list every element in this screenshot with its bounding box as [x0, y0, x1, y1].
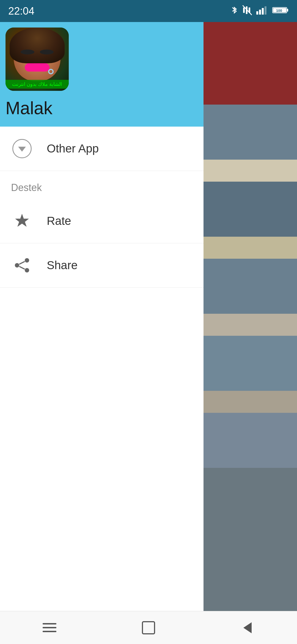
- share-icon: [11, 254, 33, 276]
- svg-rect-4: [256, 11, 258, 15]
- svg-line-15: [19, 261, 25, 264]
- other-app-label: Other App: [47, 142, 99, 155]
- signal-icon: [256, 6, 268, 17]
- svg-text:100: 100: [276, 9, 282, 13]
- rate-label: Rate: [47, 214, 71, 228]
- bottom-nav: [0, 611, 297, 644]
- svg-point-12: [25, 258, 29, 263]
- nav-back-button[interactable]: [237, 617, 258, 639]
- drawer-panel: الشابة ملاك بدون انترنت Malak Other App …: [0, 0, 204, 644]
- section-destek-header: Destek: [0, 171, 204, 199]
- icon-text-overlay: الشابة ملاك بدون انترنت: [6, 80, 69, 89]
- status-icons: 100: [230, 5, 289, 18]
- battery-icon: 100: [272, 6, 289, 16]
- svg-rect-7: [265, 6, 266, 15]
- svg-rect-19: [43, 631, 56, 632]
- share-label: Share: [47, 259, 78, 272]
- drawer-content: Other App Destek Rate: [0, 127, 204, 644]
- mute-icon: [243, 5, 252, 17]
- status-bar: 22:04: [0, 0, 297, 22]
- right-seg-3: [204, 160, 297, 182]
- svg-rect-6: [262, 8, 264, 15]
- svg-point-14: [25, 268, 29, 272]
- right-seg-5: [204, 237, 297, 259]
- nav-menu-button[interactable]: [38, 617, 61, 639]
- hair: [10, 28, 65, 63]
- dropdown-icon: [11, 138, 33, 160]
- app-name: Malak: [6, 98, 53, 118]
- right-seg-8: [204, 336, 297, 391]
- svg-line-16: [19, 266, 25, 269]
- app-icon: الشابة ملاك بدون انترنت: [6, 28, 69, 91]
- right-seg-10: [204, 413, 297, 468]
- right-seg-6: [204, 259, 297, 314]
- rate-item[interactable]: Rate: [0, 199, 204, 243]
- right-seg-7: [204, 314, 297, 336]
- other-app-item[interactable]: Other App: [0, 127, 204, 171]
- svg-point-13: [15, 263, 19, 268]
- status-time: 22:04: [8, 5, 34, 17]
- svg-marker-21: [243, 622, 252, 633]
- nav-home-button[interactable]: [138, 617, 160, 639]
- svg-rect-18: [43, 627, 56, 628]
- drawer-header: الشابة ملاك بدون انترنت Malak: [0, 22, 204, 127]
- share-item[interactable]: Share: [0, 243, 204, 288]
- dropdown-circle-icon: [12, 139, 32, 158]
- bluetooth-icon: [230, 5, 238, 18]
- star-icon: [11, 210, 33, 232]
- svg-rect-5: [259, 10, 261, 15]
- right-seg-4: [204, 182, 297, 237]
- right-seg-1: [204, 22, 297, 105]
- svg-rect-0: [243, 7, 245, 13]
- right-seg-9: [204, 391, 297, 413]
- svg-rect-20: [142, 622, 155, 634]
- dropdown-arrow-icon: [18, 147, 26, 152]
- right-seg-2: [204, 105, 297, 160]
- svg-rect-9: [287, 9, 288, 12]
- right-panel: [204, 22, 297, 644]
- svg-rect-17: [43, 623, 56, 624]
